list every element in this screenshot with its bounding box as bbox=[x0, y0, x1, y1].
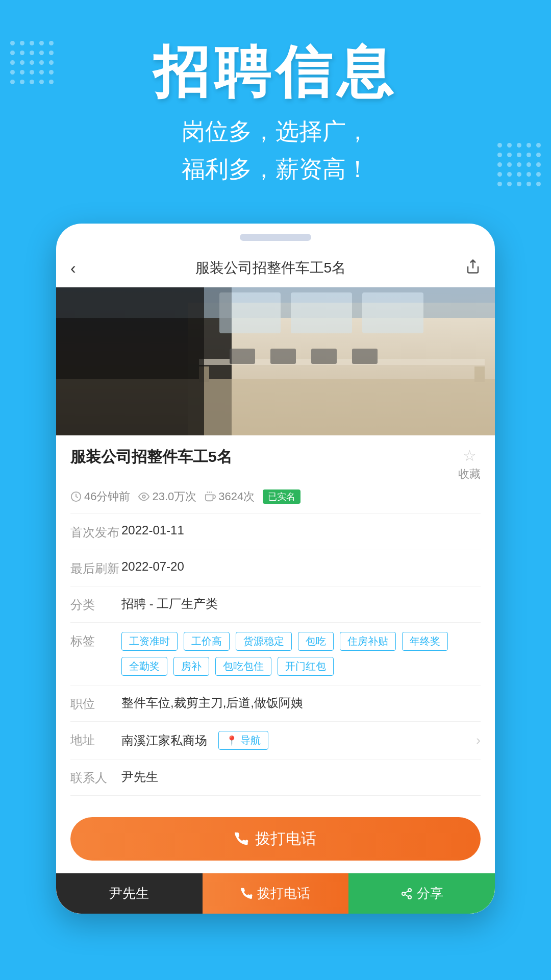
tags-container: 工资准时工价高货源稳定包吃住房补贴年终奖全勤奖房补包吃包住开门红包 bbox=[121, 632, 481, 676]
job-tag: 包吃 bbox=[298, 632, 334, 651]
svg-point-17 bbox=[408, 896, 411, 899]
category-value: 招聘 - 工厂生产类 bbox=[121, 596, 481, 612]
first-publish-row: 首次发布 2022-01-11 bbox=[70, 514, 481, 550]
tags-label: 标签 bbox=[70, 632, 121, 649]
category-label: 分类 bbox=[70, 596, 121, 613]
location-icon: 📍 bbox=[226, 735, 237, 746]
job-tag: 年终奖 bbox=[402, 632, 448, 651]
phone-mockup: ‹ 服装公司招整件车工5名 bbox=[56, 224, 495, 914]
content-area: 服装公司招整件车工5名 ☆ 收藏 46分钟前 23.0万次 bbox=[56, 435, 495, 807]
call-button-label: 拨打电话 bbox=[255, 828, 316, 849]
svg-rect-2 bbox=[219, 292, 281, 333]
phone-notch bbox=[240, 234, 311, 241]
time-meta: 46分钟前 bbox=[70, 489, 130, 504]
job-tag: 包吃包住 bbox=[215, 657, 271, 676]
job-tag: 全勤奖 bbox=[121, 657, 167, 676]
svg-point-15 bbox=[408, 889, 411, 892]
address-label: 地址 bbox=[70, 731, 121, 748]
svg-rect-4 bbox=[362, 292, 423, 333]
verified-badge: 已实名 bbox=[263, 489, 300, 504]
views-meta: 23.0万次 bbox=[138, 489, 196, 504]
job-title-row: 服装公司招整件车工5名 ☆ 收藏 bbox=[70, 447, 481, 482]
svg-rect-7 bbox=[474, 366, 485, 382]
info-table: 首次发布 2022-01-11 最后刷新 2022-07-20 分类 招聘 - … bbox=[70, 513, 481, 796]
positions-value: 整件车位,裁剪主刀,后道,做饭阿姨 bbox=[121, 695, 481, 711]
svg-point-14 bbox=[143, 495, 146, 498]
application-count: 3624次 bbox=[218, 489, 255, 504]
svg-rect-11 bbox=[352, 349, 378, 364]
navigate-button[interactable]: 📍 导航 bbox=[218, 731, 268, 750]
page-main-title: 招聘信息 bbox=[20, 41, 531, 103]
navigation-bar: ‹ 服装公司招整件车工5名 bbox=[56, 249, 495, 287]
subtitle-line1: 岗位多，选择广， bbox=[182, 118, 369, 144]
bottom-bar: 尹先生 拨打电话 分享 bbox=[56, 873, 495, 914]
share-button[interactable]: 分享 bbox=[348, 873, 495, 914]
svg-rect-8 bbox=[230, 349, 255, 364]
contact-button[interactable]: 尹先生 bbox=[56, 873, 203, 914]
positions-row: 职位 整件车位,裁剪主刀,后道,做饭阿姨 bbox=[70, 685, 481, 722]
job-tag: 开门红包 bbox=[278, 657, 334, 676]
svg-rect-12 bbox=[56, 287, 204, 435]
job-meta: 46分钟前 23.0万次 3624次 已实名 bbox=[70, 489, 481, 504]
first-publish-label: 首次发布 bbox=[70, 523, 121, 541]
job-tag: 住房补贴 bbox=[340, 632, 396, 651]
last-refresh-label: 最后刷新 bbox=[70, 559, 121, 577]
svg-rect-9 bbox=[270, 349, 296, 364]
svg-line-18 bbox=[405, 894, 408, 896]
job-title: 服装公司招整件车工5名 bbox=[70, 447, 232, 468]
job-tag: 工价高 bbox=[184, 632, 230, 651]
call-button-container: 拨打电话 bbox=[56, 807, 495, 873]
last-refresh-row: 最后刷新 2022-07-20 bbox=[70, 550, 481, 586]
contact-name: 尹先生 bbox=[109, 885, 149, 902]
subtitle-line2: 福利多，薪资高！ bbox=[182, 156, 369, 182]
chevron-right-icon: › bbox=[476, 732, 481, 748]
applications-meta: 3624次 bbox=[205, 489, 255, 504]
tags-row: 标签 工资准时工价高货源稳定包吃住房补贴年终奖全勤奖房补包吃包住开门红包 bbox=[70, 623, 481, 685]
job-tag: 工资准时 bbox=[121, 632, 178, 651]
nav-label: 导航 bbox=[240, 733, 261, 747]
job-tag: 货源稳定 bbox=[236, 632, 292, 651]
svg-line-19 bbox=[405, 891, 408, 893]
header-section: 招聘信息 岗位多，选择广， 福利多，薪资高！ bbox=[0, 0, 551, 208]
contact-row: 联系人 尹先生 bbox=[70, 760, 481, 796]
contact-value: 尹先生 bbox=[121, 769, 481, 785]
svg-point-16 bbox=[402, 892, 405, 895]
positions-label: 职位 bbox=[70, 695, 121, 712]
bottom-call-button[interactable]: 拨打电话 bbox=[203, 873, 349, 914]
bookmark-button[interactable]: ☆ 收藏 bbox=[458, 447, 481, 482]
bottom-call-label: 拨打电话 bbox=[257, 885, 310, 902]
first-publish-value: 2022-01-11 bbox=[121, 523, 481, 537]
job-tag: 房补 bbox=[173, 657, 209, 676]
address-value-row: 南溪江家私商场 📍 导航 › bbox=[121, 731, 481, 750]
address-text: 南溪江家私商场 bbox=[121, 732, 207, 749]
time-ago: 46分钟前 bbox=[84, 489, 130, 504]
share-label: 分享 bbox=[417, 885, 443, 902]
category-row: 分类 招聘 - 工厂生产类 bbox=[70, 586, 481, 623]
address-row: 地址 南溪江家私商场 📍 导航 › bbox=[70, 722, 481, 760]
job-image bbox=[56, 287, 495, 435]
call-button[interactable]: 拨打电话 bbox=[70, 817, 481, 861]
last-refresh-value: 2022-07-20 bbox=[121, 559, 481, 574]
view-count: 23.0万次 bbox=[152, 489, 196, 504]
svg-rect-10 bbox=[311, 349, 337, 364]
page-subtitle: 岗位多，选择广， 福利多，薪资高！ bbox=[20, 113, 531, 188]
bookmark-label: 收藏 bbox=[458, 467, 481, 482]
star-icon: ☆ bbox=[463, 447, 477, 464]
contact-label: 联系人 bbox=[70, 769, 121, 786]
app-screen: ‹ 服装公司招整件车工5名 bbox=[56, 249, 495, 914]
svg-rect-3 bbox=[291, 292, 352, 333]
share-icon[interactable] bbox=[465, 259, 481, 278]
back-button[interactable]: ‹ bbox=[70, 259, 76, 278]
nav-title: 服装公司招整件车工5名 bbox=[195, 258, 346, 278]
phone-container: ‹ 服装公司招整件车工5名 bbox=[0, 208, 551, 914]
